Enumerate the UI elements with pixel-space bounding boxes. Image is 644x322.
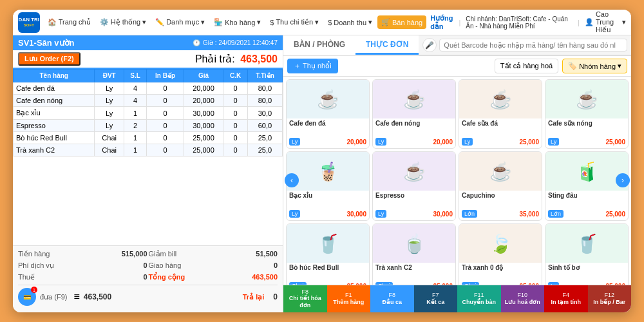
- help-link[interactable]: Hướng dẫn: [430, 14, 453, 31]
- product-card[interactable]: 🍃 Trà xanh 0 độ Chai 25,000: [459, 223, 542, 285]
- tab-ban-phong[interactable]: BÀN / PHÒNG: [283, 36, 355, 55]
- product-unit: Ly: [548, 282, 559, 285]
- product-card[interactable]: 🥤 Sinh tố bơ Ly 35,000: [545, 223, 629, 285]
- product-grid-container: ‹ ☕ Cafe đen đá Ly 20,000 ☕ Cafe đen nón…: [283, 77, 631, 285]
- product-card[interactable]: ☕ Cafe sữa nóng Ly 25,000: [545, 79, 629, 149]
- product-emoji: 🍵: [403, 233, 426, 254]
- totals-section: Tiền hàng 515,000 Giảm bill 51,500 Phí d…: [13, 245, 283, 312]
- product-price: 35,000: [605, 283, 625, 285]
- nav-home[interactable]: 🏠 Trang chủ: [44, 15, 95, 29]
- product-name: Trà xanh 0 độ: [462, 264, 539, 281]
- phi-dv-row: Phí dịch vụ 0: [18, 261, 147, 270]
- nav-catalog[interactable]: ✏️ Danh mục ▾: [151, 15, 209, 29]
- action-btn-lưu-hoá-đơn[interactable]: F10Lưu hoá đơn: [501, 285, 545, 312]
- tien-hang-row: Tiền hàng 515,000: [18, 250, 147, 258]
- action-btn-in-tạm-tính[interactable]: F4In tạm tính: [544, 285, 588, 312]
- product-image: 🥤: [287, 224, 369, 263]
- nav-sell[interactable]: 🛒 Bán hàng: [377, 15, 426, 29]
- col-header-gia: Giá: [184, 70, 223, 82]
- product-card[interactable]: ☕ Cafe đen đá Ly 20,000: [286, 79, 370, 149]
- giam-bill-row: Giảm bill 51,500: [149, 250, 278, 258]
- product-unit: Chai: [375, 282, 393, 285]
- product-unit: Ly: [375, 210, 386, 218]
- product-emoji: ☕: [576, 89, 598, 110]
- add-item-button[interactable]: ＋ Thụ nhổi: [287, 59, 338, 73]
- product-image: 🍃: [459, 224, 542, 263]
- tong-cong-row: Tổng cộng 463,500: [149, 273, 278, 281]
- luu-order-button[interactable]: Lưu Order (F2): [18, 52, 80, 66]
- nav-warehouse[interactable]: 🏪 Kho hàng ▾: [210, 15, 265, 29]
- product-card[interactable]: 🥤 Bò húc Red Bull Chai 25,000: [286, 223, 370, 285]
- product-emoji: ☕: [317, 89, 339, 110]
- nav-system[interactable]: ⚙️ Hệ thống ▾: [96, 15, 150, 29]
- nav-cashflow[interactable]: $ Thu chi tiền ▾: [266, 15, 323, 29]
- product-card[interactable]: ☕ Cafe đen nóng Ly 20,000: [372, 79, 456, 149]
- action-btn-đầu-ca[interactable]: F8Đầu ca: [370, 285, 414, 312]
- pay-circle-btn[interactable]: 1 💳: [18, 288, 36, 306]
- product-emoji: 🍃: [489, 233, 512, 254]
- product-price: 20,000: [346, 138, 366, 146]
- product-emoji: ☕: [403, 89, 426, 110]
- action-btn-in-bếp-/-bar[interactable]: F12In bếp / Bar: [588, 285, 632, 312]
- phai-tra-value: 463,500: [240, 53, 278, 64]
- left-panel: SV1-Sân vườn 🕐 Giờ : 24/09/2021 12:40:47…: [13, 35, 283, 312]
- plus-icon: ＋: [294, 61, 301, 71]
- product-price: 30,000: [346, 211, 366, 218]
- product-name: Sting đâu: [548, 192, 625, 209]
- product-unit: Lớn: [462, 210, 477, 218]
- product-card[interactable]: ☕ Capuchino Lớn 35,000: [459, 151, 542, 221]
- search-bar: 🎤: [419, 35, 631, 55]
- user-menu[interactable]: 👤 Cao Trung Hiếu ▾: [585, 10, 626, 34]
- product-emoji: ☕: [403, 161, 426, 182]
- table-row[interactable]: Bạc xỉu Ly 1 0 30,000 0 30,0: [14, 107, 283, 120]
- table-row[interactable]: Cafe đen nóng Ly 4 0 20,000 0 80,0: [14, 95, 283, 107]
- next-page-arrow[interactable]: ›: [616, 173, 630, 187]
- product-price: 25,000: [519, 283, 539, 285]
- product-name: Trà xanh C2: [375, 264, 453, 281]
- search-input[interactable]: [439, 39, 627, 52]
- col-header-ttien: T.Tiền: [247, 70, 282, 82]
- product-price: 25,000: [605, 211, 625, 218]
- product-price: 25,000: [433, 283, 453, 285]
- product-name: Bạc xỉu: [289, 192, 366, 209]
- group-button[interactable]: 🏷️ Nhóm hàng ▾: [562, 59, 627, 73]
- product-name: Cafe sữa đá: [462, 120, 539, 137]
- product-card[interactable]: 🧃 Sting đâu Lớn 25,000: [545, 151, 629, 221]
- product-image: ☕: [373, 152, 455, 191]
- product-name: Sinh tố bơ: [548, 264, 625, 281]
- product-card[interactable]: 🧋 Bạc xỉu Ly 30,000: [286, 151, 370, 221]
- product-unit: Ly: [289, 210, 300, 218]
- main-content: SV1-Sân vườn 🕐 Giờ : 24/09/2021 12:40:47…: [13, 35, 631, 312]
- nav-revenue[interactable]: $ Doanh thu ▾: [324, 15, 376, 29]
- table-row[interactable]: Bò húc Red Bull Chai 1 0 25,000 0 25,0: [14, 132, 283, 144]
- clock-value: Giờ : 24/09/2021 12:40:47: [203, 39, 278, 46]
- logo-text: DAN TRI: [19, 17, 39, 23]
- table-row[interactable]: Cafe đen đá Ly 4 0 20,000 0 80,0: [14, 82, 283, 95]
- product-unit: Chai: [462, 282, 479, 285]
- product-name: Cafe sữa nóng: [548, 120, 625, 137]
- warehouse-icon: 🏪: [214, 18, 223, 26]
- tag-icon: 🏷️: [568, 62, 577, 70]
- action-btn-chi-tiết-hóa-đơn[interactable]: F8Chi tiết hóa đơn: [283, 285, 327, 312]
- action-btn-chuyển-bàn[interactable]: F11Chuyển bàn: [457, 285, 501, 312]
- top-right: Hướng dẫn | Chi nhánh: DanTriSoft: Cafe …: [430, 10, 626, 34]
- table-row[interactable]: Espresso Ly 2 0 30,000 0 60,0: [14, 120, 283, 132]
- product-card[interactable]: 🍵 Trà xanh C2 Chai 25,000: [372, 223, 456, 285]
- table-row[interactable]: Trà xanh C2 Chai 1 0 25,000 0 25,0: [14, 144, 283, 156]
- product-card[interactable]: ☕ Cafe sữa đá Ly 25,000: [459, 79, 542, 149]
- product-card[interactable]: ☕ Espresso Ly 30,000: [372, 151, 456, 221]
- action-btn-thêm-hàng[interactable]: F1Thêm hàng: [327, 285, 371, 312]
- product-emoji: ☕: [489, 89, 512, 110]
- product-image: 🍵: [373, 224, 455, 263]
- product-name: Espresso: [375, 192, 453, 209]
- prev-page-arrow[interactable]: ‹: [285, 173, 299, 187]
- order-table: Tên hàng ĐVT S.L In Bếp Giá C.K T.Tiền C…: [13, 69, 283, 245]
- all-items-button[interactable]: Tất cả hàng hoá: [495, 59, 558, 73]
- product-image: 🧋: [287, 152, 369, 191]
- action-btn-kết-ca[interactable]: F7Kết ca: [414, 285, 458, 312]
- product-unit: Chai: [289, 282, 307, 285]
- right-tabs: BÀN / PHÒNG THỰC ĐƠN 🎤: [283, 35, 631, 56]
- table-title: SV1-Sân vườn: [18, 38, 75, 48]
- action-bar: F8Chi tiết hóa đơnF1Thêm hàngF8Đầu caF7K…: [283, 285, 631, 312]
- tab-thuc-don[interactable]: THỰC ĐƠN: [355, 36, 419, 55]
